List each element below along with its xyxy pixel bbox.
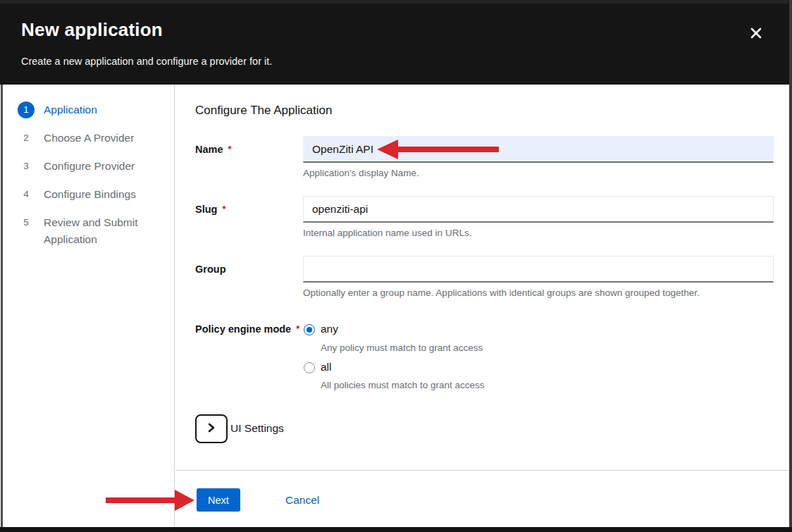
step-label: Configure Bindings — [44, 186, 136, 203]
policy-mode-all-label[interactable]: all — [321, 361, 332, 373]
step-number: 2 — [18, 130, 35, 147]
step-number: 5 — [18, 214, 35, 231]
step-number-badge: 1 — [18, 101, 35, 118]
step-label: Review and Submit Application — [44, 214, 160, 248]
step-label: Configure Provider — [44, 158, 135, 175]
name-field-label: Name* — [195, 144, 232, 155]
name-input[interactable] — [303, 136, 774, 163]
wizard-step-application[interactable]: 1 Application — [18, 101, 167, 118]
policy-mode-any-helper: Any policy must match to grant access — [321, 342, 483, 353]
group-field-label: Group — [195, 264, 226, 275]
close-button[interactable] — [745, 23, 767, 44]
next-button[interactable]: Next — [197, 488, 240, 512]
ui-settings-label: UI Settings — [230, 422, 284, 435]
policy-mode-all-helper: All policies must match to grant access — [321, 380, 485, 390]
chevron-right-icon — [207, 422, 216, 435]
policy-mode-all-radio[interactable] — [304, 362, 315, 373]
policy-mode-any-label[interactable]: any — [321, 323, 338, 335]
close-icon — [750, 27, 762, 42]
group-input[interactable] — [303, 256, 774, 283]
required-asterisk: * — [222, 204, 225, 214]
name-helper-text: Application's display Name. — [303, 168, 419, 178]
form-heading: Configure The Application — [195, 104, 332, 118]
modal-title: New application — [21, 19, 163, 41]
slug-input[interactable] — [303, 196, 774, 223]
backdrop-edge-left — [1, 85, 3, 527]
group-helper-text: Optionally enter a group name. Applicati… — [303, 287, 700, 298]
ui-settings-expand-button[interactable] — [195, 414, 228, 443]
backdrop-edge-top — [0, 0, 792, 4]
step-label: Choose A Provider — [44, 130, 134, 147]
step-number: 4 — [18, 186, 35, 203]
modal-subtitle: Create a new application and configure a… — [21, 56, 272, 67]
footer-divider — [175, 470, 789, 471]
backdrop-edge-bottom — [0, 527, 792, 532]
backdrop-edge-right — [789, 0, 792, 532]
cancel-link[interactable]: Cancel — [285, 494, 319, 507]
new-application-modal: New application Create a new application… — [0, 0, 792, 532]
step-label: Application — [44, 101, 97, 118]
policy-mode-any-radio[interactable] — [304, 324, 315, 335]
slug-helper-text: Internal application name used in URLs. — [303, 228, 471, 238]
step-number: 3 — [18, 158, 35, 175]
modal-header: New application Create a new application… — [0, 4, 792, 85]
wizard-step-review-submit[interactable]: 5 Review and Submit Application — [18, 214, 167, 248]
policy-engine-mode-label: Policy engine mode* — [195, 323, 299, 335]
slug-field-label: Slug* — [195, 204, 225, 215]
wizard-step-configure-bindings[interactable]: 4 Configure Bindings — [18, 186, 167, 203]
wizard-step-configure-provider[interactable]: 3 Configure Provider — [18, 158, 167, 175]
required-asterisk: * — [296, 323, 299, 334]
required-asterisk: * — [228, 144, 232, 154]
wizard-step-choose-provider[interactable]: 2 Choose A Provider — [18, 130, 167, 147]
wizard-step-nav: 1 Application 2 Choose A Provider 3 Conf… — [0, 85, 175, 527]
